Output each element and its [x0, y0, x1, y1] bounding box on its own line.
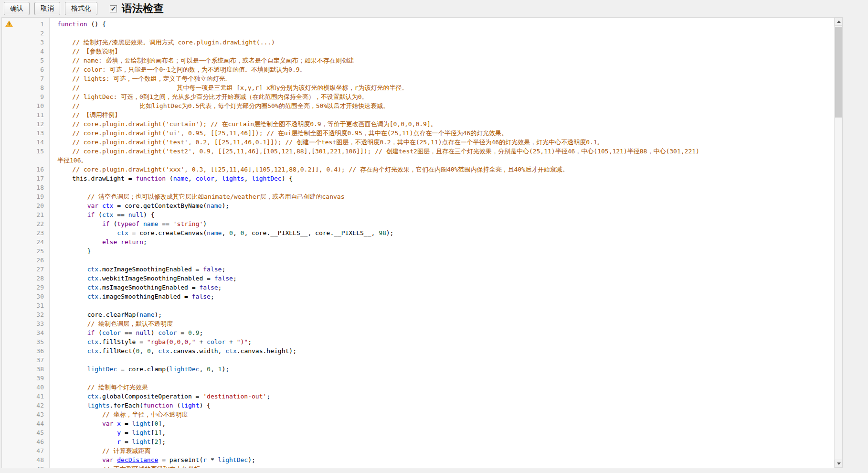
code-line[interactable]: 47 // 计算衰减距离 [2, 446, 827, 455]
code-line[interactable]: 2​ [2, 29, 827, 38]
code-line[interactable]: 23 ctx = core.createCanvas(name, 0, 0, c… [2, 228, 827, 237]
code-editor[interactable]: !1function () {2​3 // 绘制灯光/漆黑层效果。调用方式 co… [1, 17, 843, 468]
code-line[interactable]: 3 // 绘制灯光/漆黑层效果。调用方式 core.plugin.drawLig… [2, 38, 827, 47]
code-line-text[interactable]: ctx.imageSmoothingEnabled = false; [50, 292, 827, 301]
code-line[interactable]: 16 // core.plugin.drawLight('xxx', 0.3, … [2, 165, 827, 174]
code-line[interactable]: 22 if (typeof name == 'string') [2, 219, 827, 228]
code-line[interactable]: 32 core.clearMap(name); [2, 310, 827, 319]
code-line-text[interactable]: ctx.msImageSmoothingEnabled = false; [50, 283, 827, 292]
code-line-text[interactable]: ​ [50, 301, 827, 310]
code-line[interactable]: 36 ctx.fillRect(0, 0, ctx.canvas.width, … [2, 346, 827, 355]
scrollbar-down-button[interactable] [835, 460, 843, 468]
code-line[interactable]: 6 // color: 可选，只能是一个0~1之间的数，为不透明度的值。不填则默… [2, 65, 827, 74]
code-line-text[interactable]: // lights: 可选，一个数组，定义了每个独立的灯光。 [50, 74, 827, 83]
cancel-button[interactable]: 取消 [34, 2, 60, 15]
code-line-text[interactable]: var x = light[0], [50, 419, 827, 428]
code-line[interactable]: 12 // core.plugin.drawLight('curtain'); … [2, 119, 827, 129]
code-line-text[interactable]: ctx.fillRect(0, 0, ctx.canvas.width, ctx… [50, 346, 827, 355]
code-line[interactable]: 11 // 【调用样例】 [2, 110, 827, 119]
code-line-text[interactable]: ​ [50, 29, 827, 38]
code-line-text[interactable]: // core.plugin.drawLight('test2', 0.9, [… [50, 147, 827, 165]
code-line[interactable]: 4 // 【参数说明】 [2, 47, 827, 56]
code-line[interactable]: 26​ [2, 256, 827, 265]
code-line[interactable]: 20 var ctx = core.getContextByName(name)… [2, 201, 827, 210]
code-line[interactable]: 38 lightDec = core.clamp(lightDec, 0, 1)… [2, 365, 827, 374]
code-line-text[interactable]: ​ [50, 256, 827, 265]
code-line[interactable]: 43 // 坐标，半径，中心不透明度 [2, 410, 827, 419]
code-line[interactable]: 27 ctx.mozImageSmoothingEnabled = false; [2, 265, 827, 274]
code-line-text[interactable]: ​ [50, 374, 827, 383]
code-line-text[interactable]: lights.forEach(function (light) { [50, 401, 827, 410]
code-line[interactable]: 42 lights.forEach(function (light) { [2, 401, 827, 410]
code-line-text[interactable]: ctx.webkitImageSmoothingEnabled = false; [50, 274, 827, 283]
vertical-scrollbar[interactable] [834, 18, 842, 468]
code-line[interactable]: 45 y = light[1], [2, 428, 827, 437]
code-line[interactable]: 49 // 正方形区域的直径和左上角坐标 [2, 464, 827, 468]
syntax-check-checkbox[interactable]: ✔ [110, 5, 117, 12]
code-line-text[interactable]: ctx.fillStyle = "rgba(0,0,0," + color + … [50, 337, 827, 346]
code-line-text[interactable]: // core.plugin.drawLight('ui', 0.95, [[2… [50, 129, 827, 138]
code-line-text[interactable]: // color: 可选，只能是一个0~1之间的数，为不透明度的值。不填则默认为… [50, 65, 827, 74]
code-line[interactable]: 29 ctx.msImageSmoothingEnabled = false; [2, 283, 827, 292]
code-line-text[interactable]: ​ [50, 355, 827, 365]
code-line[interactable]: 33 // 绘制色调层，默认不透明度 [2, 319, 827, 328]
code-line-text[interactable]: // 坐标，半径，中心不透明度 [50, 410, 827, 419]
code-area[interactable]: !1function () {2​3 // 绘制灯光/漆黑层效果。调用方式 co… [2, 20, 827, 468]
code-line-text[interactable]: ​ [50, 183, 827, 192]
code-line-text[interactable]: ctx.mozImageSmoothingEnabled = false; [50, 265, 827, 274]
code-line-text[interactable]: // core.plugin.drawLight('xxx', 0.3, [[2… [50, 165, 827, 174]
code-line[interactable]: 14 // core.plugin.drawLight('test', 0.2,… [2, 138, 827, 147]
code-line[interactable]: 21 if (ctx == null) { [2, 210, 827, 219]
code-line[interactable]: 39​ [2, 374, 827, 383]
code-line[interactable]: 24 else return; [2, 237, 827, 247]
code-line[interactable]: 7 // lights: 可选，一个数组，定义了每个独立的灯光。 [2, 74, 827, 83]
code-line-text[interactable]: // 比如lightDec为0.5代表，每个灯光部分内圈50%的范围全亮，50%… [50, 101, 827, 110]
code-line[interactable]: 9 // lightDec: 可选，0到1之间，光从多少百分比才开始衰减（在此范… [2, 92, 827, 101]
code-line[interactable]: !1function () { [2, 20, 827, 29]
code-line[interactable]: 48 var decDistance = parseInt(r * lightD… [2, 455, 827, 464]
code-line[interactable]: 25 } [2, 247, 827, 256]
warning-icon[interactable]: ! [2, 20, 16, 29]
code-line[interactable]: 13 // core.plugin.drawLight('ui', 0.95, … [2, 129, 827, 138]
code-line-text[interactable]: // 绘制每个灯光效果 [50, 383, 827, 392]
code-line-text[interactable]: var decDistance = parseInt(r * lightDec)… [50, 455, 827, 464]
code-line[interactable]: 28 ctx.webkitImageSmoothingEnabled = fal… [2, 274, 827, 283]
code-line[interactable]: 10 // 比如lightDec为0.5代表，每个灯光部分内圈50%的范围全亮，… [2, 101, 827, 110]
code-line-text[interactable]: if (typeof name == 'string') [50, 219, 827, 228]
code-line-text[interactable]: core.clearMap(name); [50, 310, 827, 319]
code-line[interactable]: 46 r = light[2]; [2, 437, 827, 446]
code-line[interactable]: 18​ [2, 183, 827, 192]
code-line-text[interactable]: } [50, 247, 827, 256]
format-button[interactable]: 格式化 [65, 2, 97, 15]
code-line-text[interactable]: // 正方形区域的直径和左上角坐标 [50, 464, 827, 468]
confirm-button[interactable]: 确认 [4, 2, 30, 15]
code-line-text[interactable]: // 其中每一项是三元组 [x,y,r] x和y分别为该灯光的横纵坐标，r为该灯… [50, 83, 827, 92]
code-line-text[interactable]: // 绘制灯光/漆黑层效果。调用方式 core.plugin.drawLight… [50, 38, 827, 47]
code-line-text[interactable]: // lightDec: 可选，0到1之间，光从多少百分比才开始衰减（在此范围内… [50, 92, 827, 101]
code-line-text[interactable]: if (ctx == null) { [50, 210, 827, 219]
code-line[interactable]: 35 ctx.fillStyle = "rgba(0,0,0," + color… [2, 337, 827, 346]
code-line-text[interactable]: // core.plugin.drawLight('curtain'); // … [50, 119, 827, 129]
code-line[interactable]: 19 // 清空色调层；也可以修改成其它层比如animate/weather层，… [2, 192, 827, 201]
code-line[interactable]: 37​ [2, 355, 827, 365]
code-line[interactable]: 15 // core.plugin.drawLight('test2', 0.9… [2, 147, 827, 165]
code-line-text[interactable]: var ctx = core.getContextByName(name); [50, 201, 827, 210]
code-line[interactable]: 8 // 其中每一项是三元组 [x,y,r] x和y分别为该灯光的横纵坐标，r为… [2, 83, 827, 92]
code-line-text[interactable]: // 清空色调层；也可以修改成其它层比如animate/weather层，或者用… [50, 192, 827, 201]
code-line-text[interactable]: // name: 必填，要绘制到的画布名；可以是一个系统画布，或者是个自定义画布… [50, 56, 827, 65]
scrollbar-thumb[interactable] [835, 27, 842, 118]
code-line[interactable]: 44 var x = light[0], [2, 419, 827, 428]
scrollbar-up-button[interactable] [835, 18, 843, 26]
code-line-text[interactable]: y = light[1], [50, 428, 827, 437]
code-line-text[interactable]: if (color == null) color = 0.9; [50, 328, 827, 337]
code-line-text[interactable]: // 【调用样例】 [50, 110, 827, 119]
code-line-text[interactable]: ctx.globalCompositeOperation = 'destinat… [50, 392, 827, 401]
code-line-text[interactable]: // 绘制色调层，默认不透明度 [50, 319, 827, 328]
code-line-text[interactable]: // 【参数说明】 [50, 47, 827, 56]
code-line-text[interactable]: lightDec = core.clamp(lightDec, 0, 1); [50, 365, 827, 374]
code-line-text[interactable]: // 计算衰减距离 [50, 446, 827, 455]
code-line-text[interactable]: else return; [50, 237, 827, 247]
code-line-text[interactable]: function () { [50, 20, 827, 29]
code-line-text[interactable]: r = light[2]; [50, 437, 827, 446]
code-line[interactable]: 40 // 绘制每个灯光效果 [2, 383, 827, 392]
